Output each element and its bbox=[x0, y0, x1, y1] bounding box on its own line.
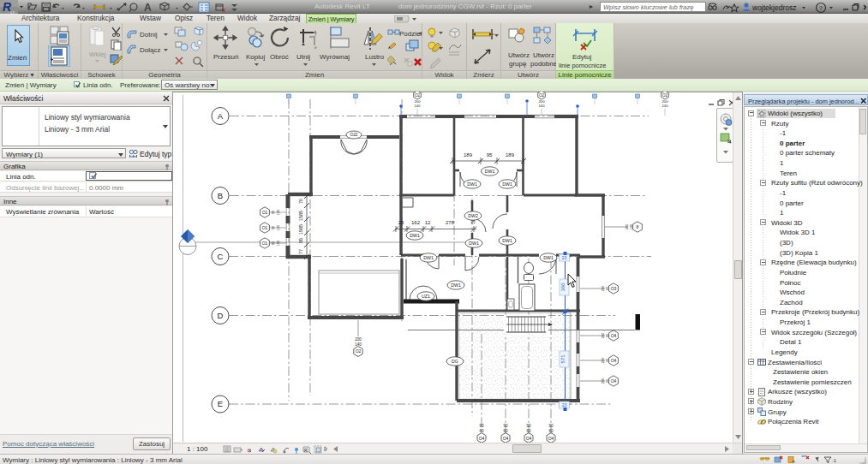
svg-text:O2: O2 bbox=[356, 348, 362, 354]
svg-text:140: 140 bbox=[355, 342, 362, 347]
svg-text:O4: O4 bbox=[479, 436, 485, 441]
svg-text:DW1: DW1 bbox=[485, 169, 495, 174]
svg-text:90: 90 bbox=[271, 225, 275, 229]
svg-text:DW1: DW1 bbox=[451, 283, 461, 288]
svg-text:95: 95 bbox=[487, 152, 493, 158]
svg-text:O4: O4 bbox=[503, 436, 509, 441]
svg-text:DW2: DW2 bbox=[468, 213, 478, 218]
svg-text:90: 90 bbox=[479, 424, 484, 428]
svg-text:100: 100 bbox=[276, 209, 280, 215]
svg-text:C: C bbox=[218, 252, 224, 261]
svg-text:1585: 1585 bbox=[298, 211, 303, 221]
svg-text:60: 60 bbox=[548, 429, 554, 433]
svg-text:23: 23 bbox=[562, 402, 567, 407]
svg-text:wojtekjedrosz: wojtekjedrosz bbox=[751, 3, 797, 12]
svg-text:DG: DG bbox=[452, 359, 458, 364]
svg-text:D: D bbox=[218, 311, 224, 320]
svg-text:25: 25 bbox=[398, 220, 404, 225]
svg-text:A: A bbox=[218, 111, 224, 121]
svg-text:DW1: DW1 bbox=[467, 181, 477, 187]
svg-text::1: :1 bbox=[832, 458, 836, 463]
svg-text:DW1: DW1 bbox=[469, 241, 479, 246]
svg-text:90: 90 bbox=[548, 424, 554, 428]
svg-text:25: 25 bbox=[470, 220, 476, 224]
svg-text:x: x bbox=[222, 7, 225, 13]
svg-text:140: 140 bbox=[415, 104, 422, 108]
svg-text:1585: 1585 bbox=[298, 224, 303, 235]
svg-text:189: 189 bbox=[506, 152, 515, 158]
svg-text:UZ1: UZ1 bbox=[422, 294, 430, 299]
svg-text:O2: O2 bbox=[415, 93, 421, 98]
svg-text:360: 360 bbox=[560, 283, 566, 292]
svg-text:60: 60 bbox=[526, 429, 531, 433]
svg-text:O4: O4 bbox=[526, 436, 532, 441]
svg-text:O3: O3 bbox=[611, 286, 617, 291]
svg-text:DW1: DW1 bbox=[423, 255, 434, 260]
svg-text:140: 140 bbox=[629, 223, 633, 229]
svg-text:R: R bbox=[304, 448, 308, 453]
svg-text:O1: O1 bbox=[262, 241, 268, 246]
svg-text:140: 140 bbox=[539, 104, 546, 108]
svg-text:140: 140 bbox=[662, 104, 669, 108]
svg-text:12: 12 bbox=[425, 220, 431, 225]
svg-text:60: 60 bbox=[503, 429, 508, 433]
svg-text:85: 85 bbox=[298, 238, 303, 243]
svg-text:E: E bbox=[218, 399, 223, 408]
svg-text:B: B bbox=[218, 191, 223, 200]
svg-text:200: 200 bbox=[355, 337, 362, 342]
svg-text:O1: O1 bbox=[262, 225, 268, 230]
svg-text:O22: O22 bbox=[350, 133, 357, 137]
svg-text:DW1: DW1 bbox=[502, 238, 512, 243]
svg-text:77: 77 bbox=[298, 249, 303, 254]
svg-text:90: 90 bbox=[605, 333, 609, 337]
svg-text:90: 90 bbox=[503, 424, 508, 428]
svg-text:O4: O4 bbox=[611, 358, 617, 363]
svg-text:A: A bbox=[144, 2, 152, 14]
svg-text:90: 90 bbox=[526, 424, 531, 428]
svg-text:O1: O1 bbox=[262, 210, 268, 215]
svg-text:DW1: DW1 bbox=[543, 255, 554, 260]
svg-text:90: 90 bbox=[605, 286, 609, 290]
svg-text:100: 100 bbox=[276, 224, 280, 230]
svg-text:O4: O4 bbox=[611, 378, 617, 384]
svg-text:60: 60 bbox=[479, 429, 484, 433]
svg-text:DW1: DW1 bbox=[502, 181, 512, 187]
svg-text:90: 90 bbox=[605, 378, 609, 383]
svg-text:90: 90 bbox=[605, 358, 609, 362]
svg-text:100: 100 bbox=[276, 240, 280, 246]
svg-text:DW1: DW1 bbox=[410, 233, 420, 238]
svg-text:278: 278 bbox=[446, 220, 455, 225]
svg-text:70: 70 bbox=[298, 199, 303, 204]
svg-text:162: 162 bbox=[411, 220, 421, 225]
svg-text:189: 189 bbox=[464, 152, 473, 158]
svg-text:O4: O4 bbox=[611, 333, 617, 338]
svg-text:571: 571 bbox=[560, 354, 566, 364]
svg-text:90: 90 bbox=[271, 241, 275, 245]
svg-text:8: 8 bbox=[637, 224, 639, 229]
svg-text:90: 90 bbox=[271, 210, 275, 214]
svg-text:O4: O4 bbox=[548, 436, 554, 441]
svg-text:O2: O2 bbox=[539, 93, 545, 98]
svg-text:O2: O2 bbox=[662, 93, 668, 98]
svg-text:?: ? bbox=[818, 4, 823, 12]
svg-text:23: 23 bbox=[562, 255, 567, 260]
